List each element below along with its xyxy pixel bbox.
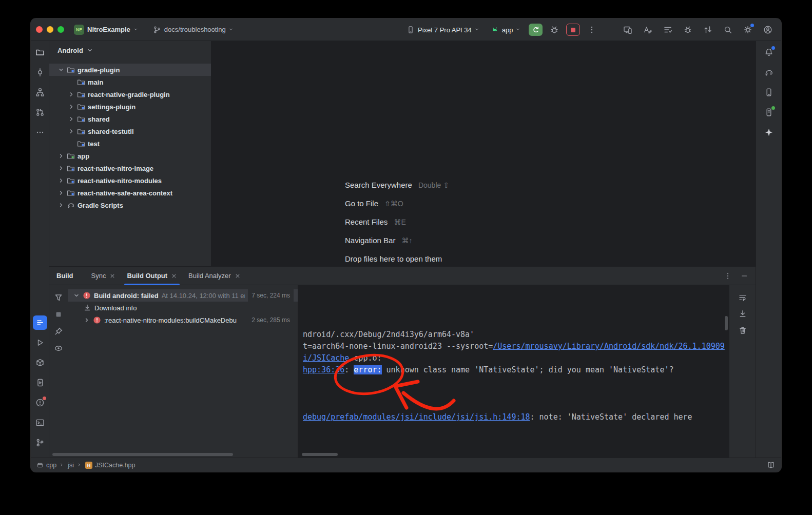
rerun-button[interactable] [529, 24, 543, 36]
run-tool-button[interactable] [33, 335, 47, 350]
clear-output-button[interactable] [737, 324, 749, 336]
chevron-right-icon[interactable] [68, 104, 74, 110]
horizontal-scrollbar[interactable] [52, 453, 233, 456]
build-root-node[interactable]: Build android: failed At 14.10.24, 12:00… [68, 289, 298, 302]
problems-tool-button[interactable] [33, 395, 47, 410]
preview-button[interactable] [52, 342, 65, 354]
device-mirroring-button[interactable] [621, 23, 635, 37]
todo-list-button[interactable] [661, 23, 675, 37]
chevron-right-icon[interactable] [57, 153, 64, 160]
project-selector[interactable]: NE NitroExample [71, 23, 142, 37]
vertical-scrollbar[interactable] [725, 316, 728, 330]
breadcrumb-filename: JSICache.hpp [95, 462, 136, 469]
ai-assistant-tool-button[interactable] [762, 125, 776, 140]
close-window-button[interactable] [36, 26, 43, 33]
settings-button[interactable] [741, 23, 755, 37]
console-file-link[interactable]: /Users/mrousavy/Library/Android/sdk/ndk/… [493, 342, 725, 351]
tree-item-gradle-scripts[interactable]: Gradle Scripts [49, 199, 211, 211]
minimize-icon[interactable] [740, 272, 748, 280]
profiler-tool-button[interactable] [33, 355, 47, 370]
notifications-tool-button[interactable] [762, 45, 776, 60]
chevron-down-icon [87, 47, 93, 53]
logcat-tool-button[interactable] [33, 315, 47, 330]
project-view-selector[interactable]: Android [49, 41, 211, 60]
soft-wrap-button[interactable] [737, 291, 749, 304]
close-icon[interactable] [171, 273, 177, 279]
pin-tab-button[interactable] [52, 325, 65, 338]
tree-item-shared[interactable]: shared [49, 113, 211, 125]
tree-item-main[interactable]: main [49, 76, 211, 88]
tree-item-shared-testutil[interactable]: shared-testutil [49, 125, 211, 137]
structure-tool-button[interactable] [33, 85, 47, 100]
zoom-window-button[interactable] [57, 26, 64, 33]
version-control-tool-button[interactable] [33, 435, 47, 450]
tree-item-react-native-safe-area-context[interactable]: react-native-safe-area-context [49, 187, 211, 199]
more-tools-button[interactable] [33, 125, 47, 140]
project-tool-button[interactable] [33, 45, 47, 60]
console-file-link[interactable]: hpp:36:36 [303, 365, 344, 374]
running-devices-tool-button[interactable] [33, 375, 47, 390]
commit-tool-button[interactable] [33, 65, 47, 80]
breadcrumb-cpp[interactable]: cpp [46, 462, 56, 469]
device-explorer-tool-button[interactable] [762, 105, 776, 120]
run-config-selector[interactable]: app [488, 24, 525, 36]
chevron-down-icon[interactable] [57, 67, 64, 73]
build-console[interactable]: ndroid/.cxx/Debug/2nd4i3y6/arm64-v8a' t=… [298, 285, 729, 458]
code-review-button[interactable] [701, 23, 715, 37]
app-module-icon [67, 152, 75, 160]
gradle-tool-button[interactable] [762, 65, 776, 80]
chevron-right-icon[interactable] [57, 202, 64, 209]
tab-build-output[interactable]: Build Output [121, 267, 183, 285]
chevron-right-icon[interactable] [57, 177, 64, 184]
shortcut-label: Go to File [345, 199, 378, 208]
chevron-right-icon[interactable] [83, 317, 90, 324]
chevron-right-icon[interactable] [57, 190, 64, 196]
tree-item-app[interactable]: app [49, 150, 211, 162]
tree-item-react-native-nitro-image[interactable]: react-native-nitro-image [49, 162, 211, 174]
chevron-right-icon[interactable] [57, 165, 64, 172]
report-bug-button[interactable] [681, 23, 695, 37]
tree-item-settings-plugin[interactable]: settings-plugin [49, 101, 211, 113]
stop-build-button[interactable] [52, 308, 65, 321]
stop-button[interactable] [566, 24, 580, 36]
reader-mode-button[interactable] [767, 461, 775, 469]
ai-actions-button[interactable] [641, 23, 655, 37]
close-icon[interactable] [235, 273, 241, 279]
vcs-branch-selector[interactable]: docs/troubleshooting [150, 24, 237, 36]
tree-item-test[interactable]: test [49, 137, 211, 150]
console-file-link[interactable]: i/JSICache [303, 353, 349, 363]
filter-button[interactable] [52, 291, 65, 304]
tree-item-gradle-plugin[interactable]: gradle-plugin [49, 64, 211, 76]
chevron-right-icon[interactable] [68, 116, 74, 123]
kebab-icon[interactable] [724, 272, 732, 280]
tab-sync[interactable]: Sync [86, 267, 122, 285]
chevron-right-icon[interactable] [68, 91, 74, 98]
console-file-link[interactable]: debug/prefab/modules/jsi/include/jsi/jsi… [303, 412, 530, 422]
search-everywhere-button[interactable] [721, 23, 735, 37]
device-manager-tool-button[interactable] [762, 85, 776, 100]
account-button[interactable] [761, 23, 775, 37]
tool-window-icon[interactable] [37, 462, 43, 468]
breadcrumb-jsi[interactable]: jsi [68, 462, 74, 469]
scroll-to-end-button[interactable] [737, 308, 749, 320]
chevron-down-icon[interactable] [73, 292, 80, 299]
tree-item-react-native-gradle-plugin[interactable]: react-native-gradle-plugin [49, 88, 211, 101]
tree-item-react-native-nitro-modules[interactable]: react-native-nitro-modules [49, 174, 211, 187]
tab-build-analyzer[interactable]: Build Analyzer [183, 267, 246, 285]
terminal-tool-button[interactable] [33, 415, 47, 430]
chevron-right-icon [60, 463, 65, 468]
breadcrumb-file[interactable]: H JSICache.hpp [85, 462, 136, 469]
pull-requests-tool-button[interactable] [33, 105, 47, 120]
editor-area[interactable]: Search Everywhere Double ⇧ Go to File ⇧⌘… [211, 41, 756, 266]
folder-icon [35, 48, 45, 57]
build-node-cmake-task[interactable]: :react-native-nitro-modules:buildCMakeDe… [68, 314, 298, 326]
chevron-right-icon[interactable] [68, 128, 74, 135]
more-actions-button[interactable] [585, 23, 599, 37]
tree-item-label: main [88, 78, 103, 86]
minimize-window-button[interactable] [47, 26, 53, 33]
device-selector[interactable]: Pixel 7 Pro API 34 [403, 24, 483, 36]
horizontal-scrollbar[interactable] [302, 453, 338, 456]
close-icon[interactable] [109, 273, 115, 279]
build-node-download-info[interactable]: Download info [68, 302, 298, 314]
debug-button[interactable] [547, 23, 562, 37]
